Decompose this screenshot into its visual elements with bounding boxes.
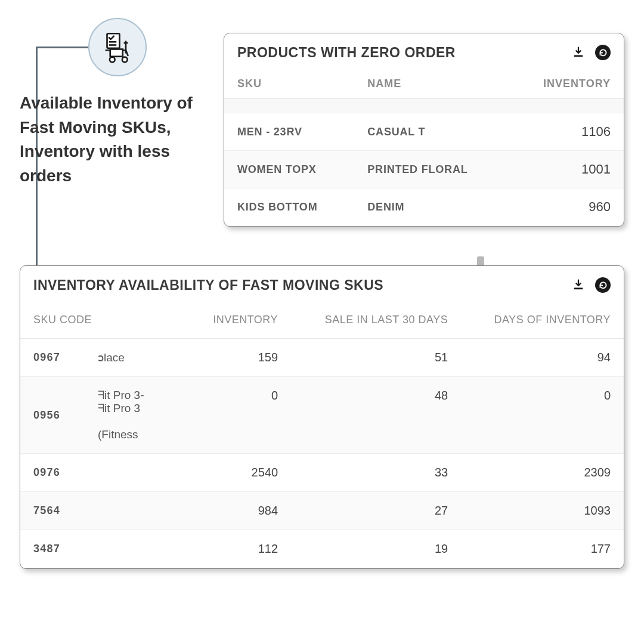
- table-header-row: SKU NAME INVENTORY: [224, 69, 624, 99]
- cell-name: CASUAL T: [354, 113, 509, 151]
- table-row: KIDS BOTTOM DENIM 960: [224, 188, 624, 226]
- download-icon: [572, 278, 585, 292]
- table-row: 0956 ᖷit Pro 3- ᖷit Pro 3 (Fitness 0 48 …: [20, 377, 624, 454]
- cell-desc: ɔlace: [98, 339, 187, 377]
- cell-desc: ᖷit Pro 3- ᖷit Pro 3 (Fitness: [98, 377, 187, 454]
- connector-line: [36, 47, 95, 48]
- feature-icon-circle: [88, 18, 147, 76]
- cell-sku: 0967: [20, 339, 98, 377]
- panel-actions: [570, 44, 611, 61]
- cell-inventory: 1106: [509, 113, 624, 151]
- cell-days: 2309: [461, 454, 624, 492]
- table-header-row: SKU CODE INVENTORY SALE IN LAST 30 DAYS …: [20, 302, 624, 339]
- cell-desc: [98, 454, 187, 492]
- cell-days: 1093: [461, 492, 624, 530]
- cell-sku: 0976: [20, 454, 98, 492]
- refresh-icon: [599, 48, 608, 57]
- fast-moving-panel: INVENTORY AVAILABILITY OF FAST MOVING SK…: [20, 265, 624, 569]
- col-sale30: SALE IN LAST 30 DAYS: [291, 302, 461, 339]
- cell-days: 0: [461, 377, 624, 454]
- cell-sku: KIDS BOTTOM: [224, 188, 354, 226]
- cell-inventory: 1001: [509, 151, 624, 188]
- cart-checklist-icon: [101, 30, 134, 64]
- cell-desc: [98, 492, 187, 530]
- cell-name: PRINTED FLORAL: [354, 151, 509, 188]
- panel-title: PRODUCTS WITH ZERO ORDER: [237, 45, 456, 61]
- cell-inventory: 984: [187, 492, 291, 530]
- panel-header: INVENTORY AVAILABILITY OF FAST MOVING SK…: [20, 266, 624, 302]
- cell-sku: 0956: [20, 377, 98, 454]
- svg-rect-9: [574, 288, 583, 290]
- cell-desc: [98, 530, 187, 568]
- col-sku-code: SKU CODE: [20, 302, 187, 339]
- cell-days: 94: [461, 339, 624, 377]
- table-row: 0976 2540 33 2309: [20, 454, 624, 492]
- cell-sale30: 48: [291, 377, 461, 454]
- svg-point-4: [110, 57, 115, 63]
- cell-inventory: 112: [187, 530, 291, 568]
- cell-inventory: 0: [187, 377, 291, 454]
- cell-sku: WOMEN TOPX: [224, 151, 354, 188]
- col-inventory: INVENTORY: [187, 302, 291, 339]
- svg-point-5: [122, 57, 128, 63]
- table-row: WOMEN TOPX PRINTED FLORAL 1001: [224, 151, 624, 188]
- table-spacer: [224, 99, 624, 113]
- table-row: MEN - 23RV CASUAL T 1106: [224, 113, 624, 151]
- col-days: DAYS OF INVENTORY: [461, 302, 624, 339]
- svg-rect-8: [574, 55, 583, 57]
- table-row: 3487 112 19 177: [20, 530, 624, 568]
- refresh-button[interactable]: [595, 277, 611, 293]
- svg-rect-3: [110, 49, 123, 57]
- download-button[interactable]: [570, 277, 587, 293]
- zero-order-panel: PRODUCTS WITH ZERO ORDER SKU NAME INVENT: [224, 33, 624, 227]
- cell-inventory: 2540: [187, 454, 291, 492]
- cell-sale30: 33: [291, 454, 461, 492]
- download-icon: [572, 46, 585, 59]
- cell-sale30: 51: [291, 339, 461, 377]
- panel-header: PRODUCTS WITH ZERO ORDER: [224, 33, 624, 69]
- refresh-icon: [599, 281, 608, 290]
- cell-sku: 3487: [20, 530, 98, 568]
- cell-days: 177: [461, 530, 624, 568]
- col-sku: SKU: [224, 69, 354, 99]
- download-button[interactable]: [570, 44, 587, 61]
- fast-moving-table: SKU CODE INVENTORY SALE IN LAST 30 DAYS …: [20, 302, 624, 568]
- cell-sku: MEN - 23RV: [224, 113, 354, 151]
- panel-actions: [570, 277, 611, 293]
- feature-description: Available Inventory of Fast Moving SKUs,…: [20, 91, 216, 188]
- zero-order-table: SKU NAME INVENTORY MEN - 23RV CASUAL T 1…: [224, 69, 624, 226]
- table-row: 7564 984 27 1093: [20, 492, 624, 530]
- table-row: 0967 ɔlace 159 51 94: [20, 339, 624, 377]
- refresh-button[interactable]: [595, 45, 611, 60]
- col-inventory: INVENTORY: [509, 69, 624, 99]
- cell-sku: 7564: [20, 492, 98, 530]
- panel-title: INVENTORY AVAILABILITY OF FAST MOVING SK…: [33, 277, 383, 293]
- col-name: NAME: [354, 69, 509, 99]
- cell-inventory: 159: [187, 339, 291, 377]
- cell-name: DENIM: [354, 188, 509, 226]
- cell-inventory: 960: [509, 188, 624, 226]
- cell-sale30: 27: [291, 492, 461, 530]
- cell-sale30: 19: [291, 530, 461, 568]
